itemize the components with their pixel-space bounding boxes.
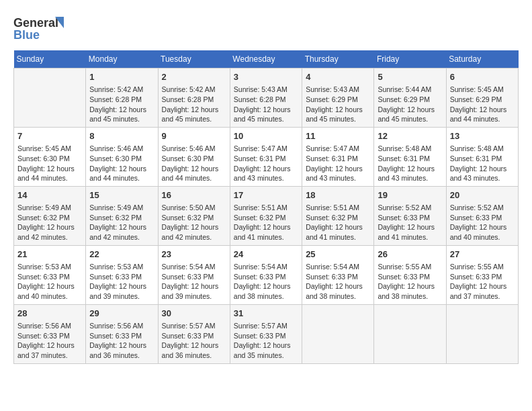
day-info: Sunrise: 5:44 AMSunset: 6:29 PMDaylight:… (378, 85, 442, 124)
week-row-2: 7Sunrise: 5:45 AMSunset: 6:30 PMDaylight… (14, 127, 519, 186)
day-info: Sunrise: 5:43 AMSunset: 6:28 PMDaylight:… (234, 85, 298, 124)
weekday-header-wednesday: Wednesday (230, 50, 302, 68)
weekday-header-saturday: Saturday (446, 50, 518, 68)
svg-text:General: General (13, 16, 58, 30)
day-cell: 19Sunrise: 5:52 AMSunset: 6:33 PMDayligh… (374, 186, 446, 245)
week-row-4: 21Sunrise: 5:53 AMSunset: 6:33 PMDayligh… (14, 245, 519, 304)
day-info: Sunrise: 5:45 AMSunset: 6:29 PMDaylight:… (450, 85, 515, 124)
day-cell: 20Sunrise: 5:52 AMSunset: 6:33 PMDayligh… (446, 186, 518, 245)
day-cell: 30Sunrise: 5:57 AMSunset: 6:33 PMDayligh… (158, 304, 230, 363)
day-cell: 23Sunrise: 5:54 AMSunset: 6:33 PMDayligh… (158, 245, 230, 304)
day-number: 29 (89, 308, 154, 320)
day-cell: 24Sunrise: 5:54 AMSunset: 6:33 PMDayligh… (230, 245, 302, 304)
day-info: Sunrise: 5:54 AMSunset: 6:33 PMDaylight:… (234, 262, 298, 302)
day-cell: 7Sunrise: 5:45 AMSunset: 6:30 PMDaylight… (14, 127, 86, 186)
day-info: Sunrise: 5:45 AMSunset: 6:30 PMDaylight:… (17, 144, 82, 183)
day-cell: 31Sunrise: 5:57 AMSunset: 6:33 PMDayligh… (230, 304, 302, 363)
day-number: 24 (234, 248, 298, 261)
day-cell: 26Sunrise: 5:55 AMSunset: 6:33 PMDayligh… (374, 245, 446, 304)
day-number: 19 (378, 189, 442, 201)
week-row-1: 1Sunrise: 5:42 AMSunset: 6:28 PMDaylight… (14, 68, 519, 128)
day-number: 26 (378, 248, 442, 261)
day-cell: 15Sunrise: 5:49 AMSunset: 6:32 PMDayligh… (86, 186, 158, 245)
day-number: 9 (162, 130, 226, 142)
weekday-header-monday: Monday (86, 50, 158, 68)
day-info: Sunrise: 5:42 AMSunset: 6:28 PMDaylight:… (162, 85, 226, 124)
day-cell: 9Sunrise: 5:46 AMSunset: 6:30 PMDaylight… (158, 127, 230, 186)
day-cell: 11Sunrise: 5:47 AMSunset: 6:31 PMDayligh… (302, 127, 374, 186)
day-info: Sunrise: 5:52 AMSunset: 6:33 PMDaylight:… (378, 203, 442, 242)
day-info: Sunrise: 5:49 AMSunset: 6:32 PMDaylight:… (17, 203, 82, 242)
day-cell: 4Sunrise: 5:43 AMSunset: 6:29 PMDaylight… (302, 68, 374, 128)
weekday-header-tuesday: Tuesday (158, 50, 230, 68)
day-info: Sunrise: 5:53 AMSunset: 6:33 PMDaylight:… (17, 262, 82, 302)
day-info: Sunrise: 5:46 AMSunset: 6:30 PMDaylight:… (89, 144, 154, 183)
day-info: Sunrise: 5:54 AMSunset: 6:33 PMDaylight:… (306, 262, 370, 302)
week-row-5: 28Sunrise: 5:56 AMSunset: 6:33 PMDayligh… (14, 304, 519, 363)
day-cell: 16Sunrise: 5:50 AMSunset: 6:32 PMDayligh… (158, 186, 230, 245)
day-number: 2 (162, 71, 226, 83)
day-info: Sunrise: 5:55 AMSunset: 6:33 PMDaylight:… (450, 262, 515, 302)
day-info: Sunrise: 5:48 AMSunset: 6:31 PMDaylight:… (378, 144, 442, 183)
day-cell (374, 304, 446, 363)
weekday-header-friday: Friday (374, 50, 446, 68)
day-number: 20 (450, 189, 515, 201)
day-info: Sunrise: 5:56 AMSunset: 6:33 PMDaylight:… (17, 321, 82, 361)
day-info: Sunrise: 5:57 AMSunset: 6:33 PMDaylight:… (162, 321, 226, 361)
day-number: 13 (450, 130, 515, 142)
day-cell (446, 304, 518, 363)
day-number: 21 (17, 248, 82, 261)
day-info: Sunrise: 5:56 AMSunset: 6:33 PMDaylight:… (89, 321, 154, 361)
day-number: 16 (162, 189, 226, 201)
day-number: 12 (378, 130, 442, 142)
day-number: 23 (162, 248, 226, 261)
day-number: 30 (162, 308, 226, 320)
day-cell: 29Sunrise: 5:56 AMSunset: 6:33 PMDayligh… (86, 304, 158, 363)
day-info: Sunrise: 5:55 AMSunset: 6:33 PMDaylight:… (378, 262, 442, 302)
weekday-header-sunday: Sunday (14, 50, 86, 68)
day-info: Sunrise: 5:53 AMSunset: 6:33 PMDaylight:… (89, 262, 154, 302)
day-cell: 14Sunrise: 5:49 AMSunset: 6:32 PMDayligh… (14, 186, 86, 245)
day-info: Sunrise: 5:52 AMSunset: 6:33 PMDaylight:… (450, 203, 515, 242)
day-number: 18 (306, 189, 370, 201)
header: GeneralBlue (13, 13, 519, 44)
day-cell: 2Sunrise: 5:42 AMSunset: 6:28 PMDaylight… (158, 68, 230, 128)
day-number: 15 (89, 189, 154, 201)
day-number: 10 (234, 130, 298, 142)
day-number: 6 (450, 71, 515, 83)
day-info: Sunrise: 5:42 AMSunset: 6:28 PMDaylight:… (89, 85, 154, 124)
day-info: Sunrise: 5:54 AMSunset: 6:33 PMDaylight:… (162, 262, 226, 302)
day-number: 17 (234, 189, 298, 201)
calendar-table: SundayMondayTuesdayWednesdayThursdayFrid… (13, 50, 519, 364)
day-cell: 8Sunrise: 5:46 AMSunset: 6:30 PMDaylight… (86, 127, 158, 186)
day-info: Sunrise: 5:49 AMSunset: 6:32 PMDaylight:… (89, 203, 154, 242)
day-info: Sunrise: 5:57 AMSunset: 6:33 PMDaylight:… (234, 321, 298, 361)
logo: GeneralBlue (13, 13, 67, 44)
weekday-header-row: SundayMondayTuesdayWednesdayThursdayFrid… (14, 50, 519, 68)
day-cell: 3Sunrise: 5:43 AMSunset: 6:28 PMDaylight… (230, 68, 302, 128)
day-cell: 18Sunrise: 5:51 AMSunset: 6:32 PMDayligh… (302, 186, 374, 245)
day-number: 25 (306, 248, 370, 261)
day-number: 3 (234, 71, 298, 83)
day-number: 11 (306, 130, 370, 142)
day-cell: 12Sunrise: 5:48 AMSunset: 6:31 PMDayligh… (374, 127, 446, 186)
day-cell: 13Sunrise: 5:48 AMSunset: 6:31 PMDayligh… (446, 127, 518, 186)
day-cell: 10Sunrise: 5:47 AMSunset: 6:31 PMDayligh… (230, 127, 302, 186)
day-number: 4 (306, 71, 370, 83)
day-info: Sunrise: 5:47 AMSunset: 6:31 PMDaylight:… (234, 144, 298, 183)
day-cell: 25Sunrise: 5:54 AMSunset: 6:33 PMDayligh… (302, 245, 374, 304)
day-cell: 22Sunrise: 5:53 AMSunset: 6:33 PMDayligh… (86, 245, 158, 304)
day-info: Sunrise: 5:47 AMSunset: 6:31 PMDaylight:… (306, 144, 370, 183)
day-info: Sunrise: 5:51 AMSunset: 6:32 PMDaylight:… (234, 203, 298, 242)
day-number: 14 (17, 189, 82, 201)
day-cell: 21Sunrise: 5:53 AMSunset: 6:33 PMDayligh… (14, 245, 86, 304)
svg-text:Blue: Blue (13, 28, 40, 42)
day-number: 28 (17, 308, 82, 320)
day-number: 31 (234, 308, 298, 320)
day-number: 22 (89, 248, 154, 261)
day-cell (302, 304, 374, 363)
weekday-header-thursday: Thursday (302, 50, 374, 68)
day-info: Sunrise: 5:46 AMSunset: 6:30 PMDaylight:… (162, 144, 226, 183)
day-number: 5 (378, 71, 442, 83)
day-info: Sunrise: 5:43 AMSunset: 6:29 PMDaylight:… (306, 85, 370, 124)
